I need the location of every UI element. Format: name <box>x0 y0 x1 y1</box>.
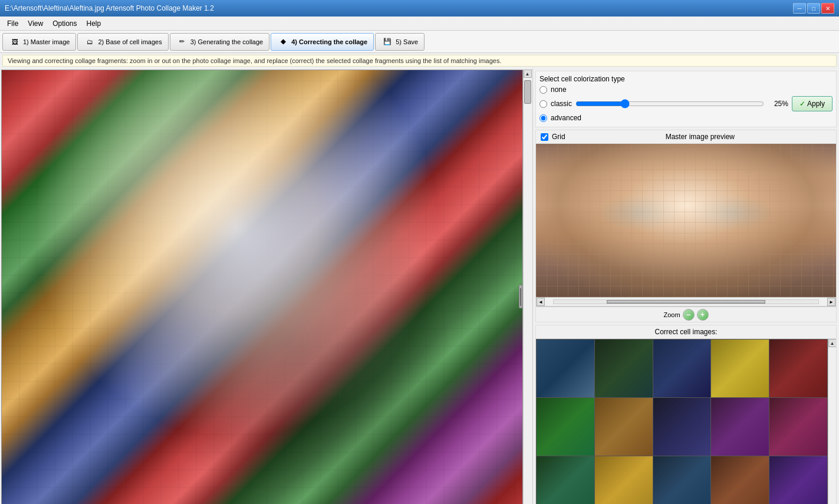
radio-none-row: none <box>539 85 833 94</box>
collage-vscroll-track <box>524 78 531 504</box>
cell-images-vscroll[interactable]: ▲ ▼ <box>828 339 836 504</box>
preview-zoom-controls: Zoom − + <box>536 307 836 322</box>
cell-images-wrapper: ▲ ▼ <box>536 339 836 504</box>
collage-vertical-scrollbar[interactable]: ▲ ▼ <box>523 70 531 504</box>
slider-row: classic 25% ✓ Apply <box>539 96 833 111</box>
title-text: E:\Artensoft\Aleftina\Aleftina.jpg Arten… <box>5 4 214 12</box>
mosaic-image <box>2 70 522 504</box>
cell-image-11[interactable] <box>537 456 594 504</box>
image-icon: 🖼 <box>9 36 21 48</box>
cell-image-8[interactable] <box>653 398 711 456</box>
collage-image-wrapper: ▲ ▼ <box>0 68 532 504</box>
disk-icon: 💾 <box>381 36 393 48</box>
radio-none-label: none <box>551 85 567 94</box>
info-bar: Viewing and correcting collage fragments… <box>2 55 837 67</box>
menu-view[interactable]: View <box>23 18 48 29</box>
cell-image-3[interactable] <box>653 340 711 397</box>
cell-image-9[interactable] <box>711 398 769 456</box>
menu-file[interactable]: File <box>2 18 23 29</box>
colorization-slider[interactable] <box>575 98 764 109</box>
cell-images-section: Correct cell images: <box>535 325 837 504</box>
radio-advanced[interactable] <box>539 114 547 122</box>
tab-master-image[interactable]: 🖼 1) Master image <box>2 33 76 51</box>
tab-base-cell-images[interactable]: 🗂 2) Base of cell images <box>77 33 168 51</box>
main-content: ▲ ▼ ◄ ► Zoom : − 1x 2x 4x 8x 16x <box>0 68 839 504</box>
cell-image-1[interactable] <box>537 340 594 397</box>
radio-classic[interactable] <box>539 100 547 108</box>
cell-image-15[interactable] <box>769 456 827 504</box>
minimize-button[interactable]: ─ <box>793 3 806 14</box>
radio-classic-label: classic <box>551 100 572 108</box>
pencil-icon: ✏ <box>176 36 188 48</box>
cell-image-12[interactable] <box>595 456 653 504</box>
grid-label: Grid <box>552 133 565 141</box>
cell-image-6[interactable] <box>537 398 594 456</box>
preview-title: Master image preview <box>569 133 831 141</box>
radio-advanced-row: advanced <box>539 114 833 122</box>
diamond-icon: ◆ <box>277 36 289 48</box>
grid-checkbox[interactable] <box>541 133 548 141</box>
preview-zoom-out-button[interactable]: − <box>683 309 695 321</box>
cell-image-2[interactable] <box>595 340 653 397</box>
tab-save[interactable]: 💾 5) Save <box>375 33 425 51</box>
close-button[interactable]: ✕ <box>821 3 834 14</box>
cell-images-scroll-up[interactable]: ▲ <box>828 339 837 347</box>
toolbar: 🖼 1) Master image 🗂 2) Base of cell imag… <box>0 31 839 53</box>
preview-zoom-label: Zoom <box>663 311 680 318</box>
resize-handle[interactable] <box>519 285 522 308</box>
radio-advanced-label: advanced <box>551 114 581 122</box>
preview-image-container[interactable] <box>536 144 836 297</box>
collage-scroll-up-arrow[interactable]: ▲ <box>524 70 532 78</box>
title-controls: ─ □ ✕ <box>793 3 834 14</box>
grid-icon: 🗂 <box>84 36 96 48</box>
colorization-title: Select cell colorization type <box>539 75 833 83</box>
cell-image-4[interactable] <box>711 340 769 397</box>
cell-image-7[interactable] <box>595 398 653 456</box>
preview-section: Grid Master image preview ◄ ► Zoom − + <box>535 130 837 322</box>
cell-image-10[interactable] <box>769 398 827 456</box>
slider-value: 25% <box>768 100 788 108</box>
colorization-section: Select cell colorization type none class… <box>535 71 837 127</box>
cell-image-13[interactable] <box>653 456 711 504</box>
radio-none[interactable] <box>539 86 547 94</box>
menu-options[interactable]: Options <box>48 18 81 29</box>
preview-horizontal-scrollbar[interactable]: ◄ ► <box>536 297 836 307</box>
preview-scroll-left[interactable]: ◄ <box>537 298 545 306</box>
preview-hscroll-track <box>553 299 819 304</box>
cell-images-header: Correct cell images: <box>536 325 836 339</box>
cell-images-grid <box>536 339 828 504</box>
apply-button[interactable]: ✓ Apply <box>792 96 833 111</box>
menu-help[interactable]: Help <box>82 18 106 29</box>
cell-image-14[interactable] <box>711 456 769 504</box>
right-panel: Select cell colorization type none class… <box>533 68 839 504</box>
title-bar: E:\Artensoft\Aleftina\Aleftina.jpg Arten… <box>0 0 839 17</box>
menu-bar: File View Options Help <box>0 17 839 31</box>
preview-zoom-in-button[interactable]: + <box>697 309 709 321</box>
tab-generating-collage[interactable]: ✏ 3) Generating the collage <box>170 33 270 51</box>
collage-panel: ▲ ▼ ◄ ► Zoom : − 1x 2x 4x 8x 16x <box>0 68 533 504</box>
cell-image-5[interactable] <box>769 340 827 397</box>
tab-correcting-collage[interactable]: ◆ 4) Correcting the collage <box>271 33 374 51</box>
collage-vscroll-thumb[interactable] <box>524 80 531 104</box>
checkmark-icon: ✓ <box>799 100 805 108</box>
collage-image-area[interactable] <box>1 70 523 504</box>
preview-scroll-right[interactable]: ► <box>827 298 835 306</box>
maximize-button[interactable]: □ <box>807 3 820 14</box>
preview-header: Grid Master image preview <box>536 130 836 144</box>
preview-grid-overlay <box>536 144 836 297</box>
preview-hscroll-thumb[interactable] <box>607 300 765 304</box>
